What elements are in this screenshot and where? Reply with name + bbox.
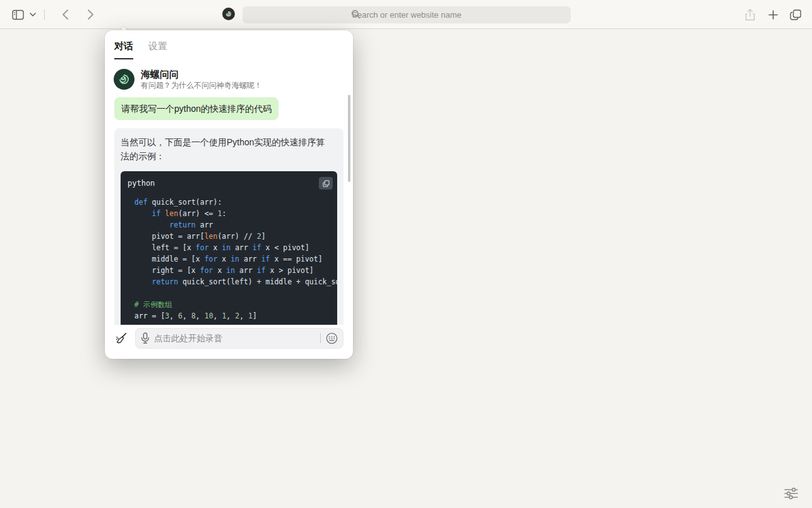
assistant-avatar-snail-icon [114, 69, 134, 90]
keyboard-toggle-icon[interactable] [326, 332, 338, 344]
page-tune-sliders-icon[interactable] [783, 485, 799, 502]
assistant-message-text: 当然可以，下面是一个使用Python实现的快速排序算法的示例： [121, 135, 329, 163]
user-message-bubble: 请帮我写一个python的快速排序的代码 [114, 97, 278, 120]
new-tab-button[interactable] [764, 6, 782, 23]
assistant-popup: 对话 设置 海螺问问 有问题？为什么不问问神奇海螺呢！ 请帮我写一个python… [105, 30, 353, 359]
chat-message-area[interactable]: 请帮我写一个python的快速排序的代码 当然可以，下面是一个使用Python实… [105, 95, 353, 325]
extension-snail-icon[interactable] [222, 8, 235, 20]
copy-code-button[interactable] [319, 177, 333, 190]
sidebar-toggle-icon[interactable] [9, 6, 27, 23]
tab-overview-button[interactable] [787, 6, 804, 23]
microphone-icon [141, 332, 150, 344]
clear-chat-broom-icon[interactable] [114, 330, 129, 346]
back-button[interactable] [56, 6, 74, 23]
popup-tab-bar: 对话 设置 [105, 30, 353, 59]
code-language-label: python [128, 176, 155, 190]
assistant-message-bubble: 当然可以，下面是一个使用Python实现的快速排序算法的示例： python d… [114, 128, 343, 325]
code-lines: def quick_sort(arr): if len(arr) <= 1: r… [121, 191, 337, 325]
chat-input-row [105, 327, 353, 349]
assistant-profile: 海螺问问 有问题？为什么不问问神奇海螺呢！ [105, 59, 353, 95]
tab-chat[interactable]: 对话 [114, 40, 133, 59]
sidebar-chevron-down-icon[interactable] [28, 6, 38, 23]
assistant-tagline: 有问题？为什么不问问神奇海螺呢！ [141, 80, 262, 90]
code-block: python def quick_sort(arr): if len(arr) … [121, 171, 337, 325]
assistant-name: 海螺问问 [141, 68, 262, 80]
share-icon [741, 6, 759, 23]
toolbar-divider [44, 9, 45, 20]
voice-record-input[interactable] [154, 334, 318, 343]
forward-button[interactable] [81, 6, 99, 23]
tab-settings[interactable]: 设置 [148, 40, 167, 59]
field-divider [320, 333, 321, 343]
address-search-input[interactable] [242, 6, 571, 23]
chat-scrollbar-thumb[interactable] [348, 95, 350, 182]
voice-input-field[interactable] [135, 328, 343, 349]
